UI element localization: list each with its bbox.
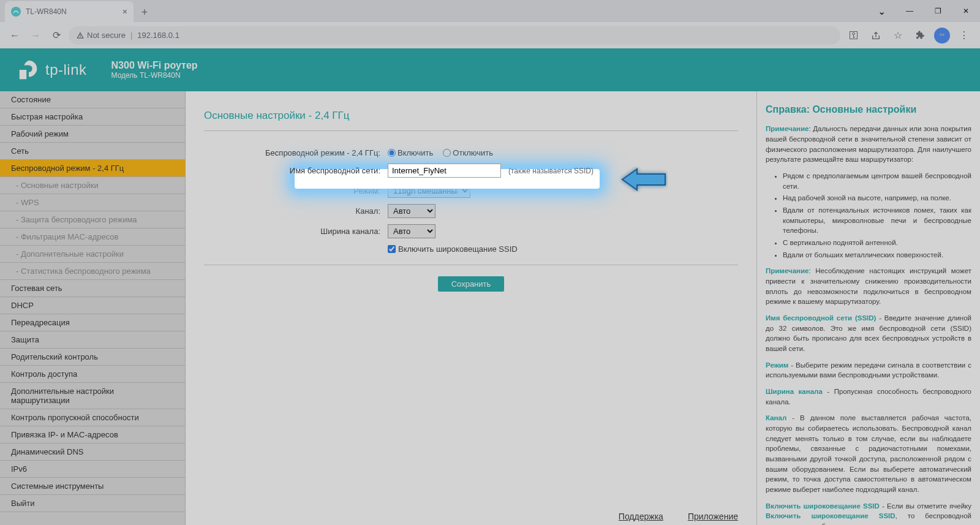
forward-button[interactable]: → [27,27,44,44]
profile-icon[interactable] [932,26,952,45]
content-panel: Основные настройки - 2,4 ГГц Беспроводно… [186,91,756,525]
label-width: Ширина канала: [204,227,388,236]
close-window-button[interactable]: ✕ [952,1,980,21]
address-bar: ← → ⟳ Not secure | 192.168.0.1 ⚿ ☆ ⋮ [0,22,980,48]
tplink-logo-icon [17,58,40,81]
footer-links: Поддержка Приложение [619,512,738,521]
sidebar: СостояниеБыстрая настройкаРабочий режимС… [0,91,186,525]
help-width: Ширина канала - Пропускная способность б… [766,387,971,407]
help-note2: Примечание: Несоблюдение настоящих инстр… [766,266,971,307]
label-mode: Режим: [204,186,388,195]
sidebar-item[interactable]: IPv6 [0,461,185,478]
menu-icon[interactable]: ⋮ [954,26,974,45]
sidebar-item[interactable]: - Основные настройки [0,177,185,194]
extensions-icon[interactable] [910,26,930,45]
sidebar-item[interactable]: - Защита беспроводного режима [0,211,185,229]
tab-bar: TL-WR840N × + ⌄ — ❐ ✕ [0,0,980,22]
url-text: 192.168.0.1 [137,31,179,40]
divider [204,130,738,131]
sidebar-item[interactable]: Защита [0,331,185,349]
help-note1: Примечание: Дальность передачи данных ил… [766,124,971,165]
svg-point-4 [943,34,943,35]
favicon-icon [11,7,21,17]
svg-point-0 [938,31,947,40]
sidebar-item[interactable]: Системные инструменты [0,478,185,495]
sidebar-item[interactable]: Контроль доступа [0,366,185,383]
sidebar-item[interactable]: Гостевая сеть [0,280,185,297]
radio-disable[interactable]: Отключить [443,148,493,157]
sidebar-item[interactable]: Переадресация [0,314,185,331]
sidebar-item[interactable]: Рабочий режим [0,126,185,143]
sidebar-item[interactable]: Быстрая настройка [0,108,185,126]
sidebar-item[interactable]: Динамический DNS [0,444,185,461]
arrow-callout-icon [619,167,668,194]
main-area: СостояниеБыстрая настройкаРабочий режимС… [0,91,980,525]
browser-chrome: TL-WR840N × + ⌄ — ❐ ✕ ← → ⟳ Not secure |… [0,0,980,48]
help-tip-item: С вертикально поднятой антенной. [783,238,971,248]
channel-select[interactable]: Авто [388,204,435,218]
help-title: Справка: Основные настройки [766,102,971,116]
help-mode: Режим - Выберите режим передачи сигнала … [766,360,971,380]
width-select[interactable]: Авто [388,224,435,238]
close-icon[interactable]: × [123,7,127,17]
not-secure-badge: Not secure [76,31,126,40]
key-icon[interactable]: ⚿ [844,26,864,45]
logo: tp-link [17,58,87,81]
sidebar-item[interactable]: Состояние [0,91,185,108]
maximize-button[interactable]: ❐ [924,1,952,21]
tab-title: TL-WR840N [26,7,67,16]
sidebar-item[interactable]: Сеть [0,143,185,160]
sidebar-item[interactable]: Беспроводной режим - 2,4 ГГц [0,160,185,177]
sidebar-item[interactable]: - Фильтрация MAC-адресов [0,229,185,246]
router-header: tp-link N300 Wi-Fi роутер Модель TL-WR84… [0,48,980,91]
row-wireless-mode: Беспроводной режим - 2,4 ГГц: Включить О… [204,148,738,157]
help-tip-item: Рядом с предполагаемым центром вашей бес… [783,171,971,191]
page-title: Основные настройки - 2,4 ГГц [204,110,738,122]
broadcast-checkbox[interactable]: Включить широковещание SSID [388,244,518,254]
help-panel: Справка: Основные настройки Примечание: … [756,91,980,525]
browser-tab[interactable]: TL-WR840N × [5,1,134,22]
sidebar-item[interactable]: - WPS [0,194,185,211]
help-ssid: Имя беспроводной сети (SSID) - Введите з… [766,313,971,354]
url-input[interactable]: Not secure | 192.168.0.1 [69,26,840,45]
chevron-down-icon[interactable]: ⌄ [867,1,895,21]
save-button[interactable]: Сохранить [438,276,505,292]
reload-button[interactable]: ⟳ [48,27,65,44]
row-width: Ширина канала: Авто [204,224,738,238]
help-tips-list: Рядом с предполагаемым центром вашей бес… [766,171,971,260]
back-button[interactable]: ← [6,27,23,44]
label-ssid: Имя беспроводной сети: [204,166,388,175]
window-controls: ⌄ — ❐ ✕ [867,0,980,22]
sidebar-item[interactable]: DHCP [0,297,185,314]
sidebar-item[interactable]: Контроль пропускной способности [0,409,185,426]
minimize-button[interactable]: — [895,1,924,21]
row-broadcast: Включить широковещание SSID [204,244,738,254]
label-wireless-mode: Беспроводной режим - 2,4 ГГц: [204,148,388,157]
product-title: N300 Wi-Fi роутер [111,60,198,71]
ssid-input[interactable] [388,164,501,178]
warning-icon [76,31,85,40]
help-tip-item: Вдали от потенциальных источников помех,… [783,205,971,236]
help-channel: Канал - В данном поле выставляется рабоч… [766,413,971,494]
header-title: N300 Wi-Fi роутер Модель TL-WR840N [111,60,198,80]
svg-point-3 [940,34,941,35]
share-icon[interactable] [866,26,886,45]
app-link[interactable]: Приложение [688,512,738,521]
sidebar-item[interactable]: - Дополнительные настройки [0,246,185,263]
product-model: Модель TL-WR840N [111,71,198,80]
mode-select[interactable]: 11bgn смешанный [388,184,470,198]
sidebar-item[interactable]: Дополнительные настройки маршрутизации [0,383,185,409]
help-tip-item: Вдали от больших металлических поверхнос… [783,250,971,260]
sidebar-item[interactable]: - Статистика беспроводного режима [0,263,185,280]
sidebar-item[interactable]: Выйти [0,495,185,512]
logo-text: tp-link [45,61,87,78]
help-bcast: Включить широковещание SSID - Если вы от… [766,501,971,525]
label-channel: Канал: [204,206,388,216]
sidebar-item[interactable]: Привязка IP- и MAC-адресов [0,426,185,444]
star-icon[interactable]: ☆ [888,26,908,45]
sidebar-item[interactable]: Родительский контроль [0,349,185,366]
support-link[interactable]: Поддержка [619,512,663,521]
radio-enable[interactable]: Включить [388,148,433,157]
new-tab-button[interactable]: + [136,4,153,21]
divider [204,265,738,265]
